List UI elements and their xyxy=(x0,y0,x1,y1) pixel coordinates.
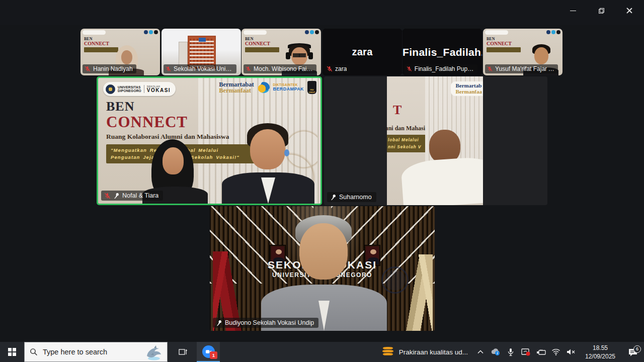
microphone-tray-button[interactable] xyxy=(503,342,518,362)
undip-logo-icon xyxy=(106,84,115,94)
undip-vokasi-logo: UNIVERSITASDIPONEGORO SEKOLAHVOKASI xyxy=(103,82,176,96)
diktisaintek-logo-icon xyxy=(258,82,270,93)
start-button[interactable] xyxy=(0,342,24,362)
taskbar-clock[interactable]: 18.55 12/09/2025 xyxy=(579,343,622,361)
ika-undip-text: IKA UNDIP xyxy=(307,88,316,94)
notification-count-badge: 6 xyxy=(633,345,641,353)
nameplate: Sekolah Vokasi Univer... xyxy=(164,64,236,73)
ben-text: BEN xyxy=(106,100,277,113)
participant-tile-finalis-fadilah[interactable]: Finalis_Fadilah... Finalis_Fadilah Pupit… xyxy=(403,29,482,75)
clock-date: 12/09/2025 xyxy=(579,352,622,361)
wifi-icon xyxy=(551,348,560,355)
participant-tile-wibisono[interactable]: BENCONNECT Moch. Wibisono Faizu... xyxy=(242,29,321,75)
muted-mic-icon xyxy=(166,66,171,72)
search-input[interactable] xyxy=(43,348,123,356)
close-button[interactable] xyxy=(621,4,638,17)
berdampak-text: BERDAMPAK xyxy=(273,87,304,92)
nameplate: Moch. Wibisono Faizu... xyxy=(244,64,316,73)
participant-tile-yusuf[interactable]: BENCONNECT Yusuf Ma'rifat Fajar Azis xyxy=(483,29,562,75)
volume-tray-button[interactable] xyxy=(564,342,579,362)
usb-device-icon xyxy=(536,348,546,356)
zoom-notification-badge: 1 xyxy=(210,351,217,359)
connect-cropped-text: T xyxy=(393,103,401,118)
muted-mic-icon xyxy=(487,66,493,72)
muted-mic-icon xyxy=(246,66,251,72)
task-view-icon xyxy=(179,348,188,356)
chevron-up-icon xyxy=(477,349,484,354)
window-titlebar xyxy=(0,0,644,25)
nameplate: Hanin Nadiyah xyxy=(83,64,136,73)
universitas-text: UNIVERSITAS xyxy=(118,85,140,89)
nameplate: zara xyxy=(325,64,350,73)
participant-tile-sekolah-vokasi[interactable]: Sekolah Vokasi Univer... xyxy=(162,29,241,75)
participant-name: Moch. Wibisono Faizu... xyxy=(254,65,313,72)
nameplate: Nofal & Tiara xyxy=(101,191,163,201)
restore-icon xyxy=(599,8,604,14)
news-weather-widget[interactable]: Prakiraan kualitas ud... xyxy=(377,342,473,362)
zoom-meeting-window: BENCONNECT Hanin Nadiyah Sekolah Vokasi … xyxy=(0,0,644,362)
main-tile-budiyono[interactable]: SEKOLAH VOKASI UNIVERSITAS DIPONEGORO Bu… xyxy=(210,206,435,331)
pin-icon xyxy=(216,320,222,326)
news-widget-text: Prakiraan kualitas ud... xyxy=(399,348,468,356)
participant-name: zara xyxy=(335,65,347,72)
bermartabat-chip: Bermartab Bermanfaa xyxy=(451,81,483,96)
participant-name: Sekolah Vokasi Univer... xyxy=(174,65,233,72)
system-tray: i 18.55 12/09/2025 6 xyxy=(473,342,644,362)
participant-tile-hanin[interactable]: BENCONNECT Hanin Nadiyah xyxy=(80,29,160,75)
suharnomo-video: Bermartab Bermanfaa T nni dan Mahasi lob… xyxy=(387,76,483,205)
participant-video-budiyono xyxy=(266,215,382,331)
nameplate: Yusuf Ma'rifat Fajar Azis xyxy=(485,64,558,73)
muted-mic-icon xyxy=(407,66,412,72)
nameplate: Suharnomo xyxy=(327,192,376,202)
participant-video-suharnomo xyxy=(412,130,483,205)
participant-name: Suharnomo xyxy=(339,194,372,201)
minimize-button[interactable] xyxy=(565,4,582,17)
onedrive-cloud-icon: i xyxy=(491,348,501,356)
bermartabat-cropped-text: Bermartab xyxy=(455,83,482,89)
participant-name: Finalis_Fadilah Pupita ... xyxy=(415,65,474,72)
close-icon xyxy=(626,8,632,14)
wifi-tray-button[interactable] xyxy=(548,342,564,362)
action-center-button[interactable]: 6 xyxy=(622,348,644,356)
hidden-icons-button[interactable] xyxy=(473,342,488,362)
muted-mic-icon xyxy=(104,193,111,199)
pin-icon xyxy=(113,193,120,199)
screen-share-tray-button[interactable] xyxy=(518,342,533,362)
taskbar-search-box[interactable] xyxy=(24,342,168,362)
minimize-icon xyxy=(570,11,576,11)
zoom-app-taskbar-button[interactable]: 1 xyxy=(197,342,220,362)
participant-name: Hanin Nadiyah xyxy=(93,65,133,72)
screen-recording-icon xyxy=(521,348,530,356)
video-gallery: BENCONNECT Hanin Nadiyah Sekolah Vokasi … xyxy=(0,25,644,342)
eject-hardware-tray-button[interactable] xyxy=(533,342,548,362)
nameplate: Budiyono Sekolah Vokasi Undip xyxy=(213,318,318,328)
ben-connect-virtual-background: UNIVERSITASDIPONEGORO SEKOLAHVOKASI Berm… xyxy=(98,78,320,204)
dolphin-search-highlight-icon[interactable] xyxy=(143,344,163,361)
mini-connect-text: CONNECT xyxy=(487,41,521,46)
participant-name: Yusuf Ma'rifat Fajar Azis xyxy=(495,65,554,72)
nameplate: Finalis_Fadilah Pupita ... xyxy=(405,64,477,73)
participant-display-name: Finalis_Fadilah... xyxy=(403,46,482,58)
participant-name: Nofal & Tiara xyxy=(122,192,158,199)
diponegoro-text: DIPONEGORO xyxy=(118,89,141,93)
pin-icon xyxy=(330,194,337,201)
participant-tile-zara[interactable]: zara zara xyxy=(323,29,402,75)
windows-logo-icon xyxy=(8,348,16,356)
search-icon xyxy=(30,348,38,356)
air-quality-icon xyxy=(382,347,394,357)
volume-muted-icon xyxy=(567,348,576,355)
vokasi-text: VOKASI xyxy=(147,88,171,93)
main-tile-nofal-tiara[interactable]: UNIVERSITASDIPONEGORO SEKOLAHVOKASI Berm… xyxy=(97,76,322,205)
ika-undip-logo-icon: IKA UNDIP xyxy=(307,81,316,94)
main-tile-suharnomo[interactable]: Bermartab Bermanfaa T nni dan Mahasi lob… xyxy=(324,76,547,205)
partner-logos: BermartabatBermanfaat DIKTISAINTEKBERDAM… xyxy=(219,81,316,94)
task-view-button[interactable] xyxy=(173,342,194,362)
muted-mic-icon xyxy=(327,66,333,72)
participant-display-name: zara xyxy=(323,46,402,58)
clock-time: 18.55 xyxy=(579,344,622,352)
mini-connect-text: CONNECT xyxy=(245,41,279,46)
bermanfaat-cropped-text: Bermanfaa xyxy=(455,89,482,95)
restore-button[interactable] xyxy=(593,4,610,17)
windows-taskbar: 1 Prakiraan kualitas ud... i xyxy=(0,342,644,362)
onedrive-tray-button[interactable]: i xyxy=(488,342,503,362)
